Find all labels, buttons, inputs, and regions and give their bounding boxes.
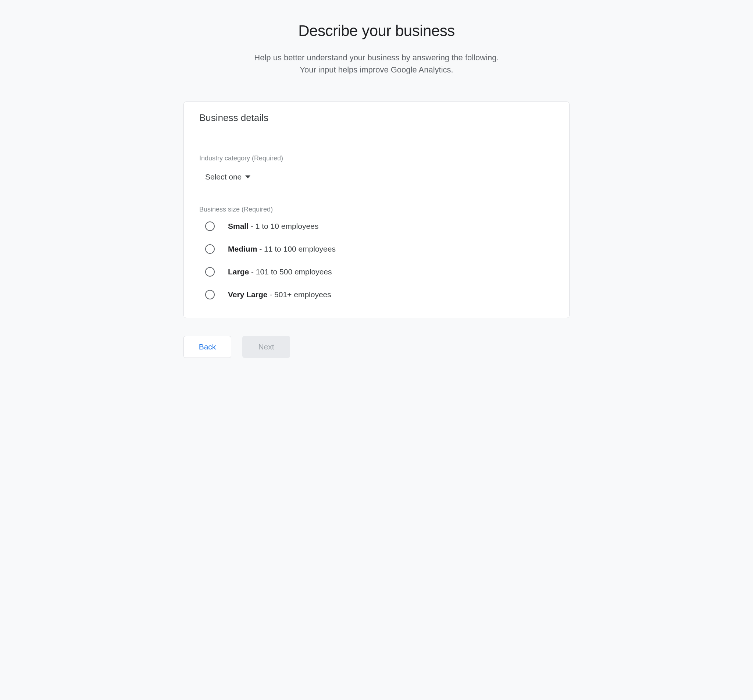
- footer-buttons: Back Next: [184, 336, 569, 358]
- page-subtitle: Help us better understand your business …: [184, 52, 569, 76]
- radio-label-name: Medium: [228, 245, 257, 253]
- subtitle-line-1: Help us better understand your business …: [254, 53, 499, 62]
- back-button[interactable]: Back: [184, 336, 231, 358]
- subtitle-line-2: Your input helps improve Google Analytic…: [300, 65, 453, 74]
- radio-label: Medium - 11 to 100 employees: [228, 245, 336, 253]
- business-details-card: Business details Industry category (Requ…: [184, 102, 569, 318]
- radio-size-small[interactable]: Small - 1 to 10 employees: [205, 222, 554, 231]
- radio-icon: [205, 290, 215, 299]
- radio-icon: [205, 244, 215, 254]
- card-body: Industry category (Required) Select one …: [184, 134, 569, 318]
- page-container: Describe your business Help us better un…: [184, 22, 569, 358]
- industry-category-selected-value: Select one: [205, 172, 242, 181]
- card-title: Business details: [199, 112, 554, 123]
- radio-icon: [205, 222, 215, 231]
- radio-label-desc: - 101 to 500 employees: [249, 267, 332, 276]
- radio-label-desc: - 1 to 10 employees: [249, 222, 318, 230]
- radio-label-name: Very Large: [228, 290, 267, 299]
- radio-label-desc: - 11 to 100 employees: [257, 245, 336, 253]
- radio-label-desc: - 501+ employees: [267, 290, 331, 299]
- radio-label: Very Large - 501+ employees: [228, 290, 331, 299]
- card-header: Business details: [184, 102, 569, 134]
- radio-label: Small - 1 to 10 employees: [228, 222, 318, 231]
- page-title: Describe your business: [184, 22, 569, 40]
- radio-label-name: Large: [228, 267, 249, 276]
- radio-size-large[interactable]: Large - 101 to 500 employees: [205, 267, 554, 277]
- industry-category-label: Industry category (Required): [199, 155, 554, 162]
- industry-category-select[interactable]: Select one: [199, 170, 253, 184]
- business-size-radio-group: Small - 1 to 10 employees Medium - 11 to…: [199, 222, 554, 299]
- business-size-label: Business size (Required): [199, 206, 554, 213]
- next-button[interactable]: Next: [242, 336, 290, 358]
- radio-size-medium[interactable]: Medium - 11 to 100 employees: [205, 244, 554, 254]
- caret-down-icon: [245, 175, 250, 178]
- radio-icon: [205, 267, 215, 277]
- radio-label-name: Small: [228, 222, 249, 230]
- radio-size-very-large[interactable]: Very Large - 501+ employees: [205, 290, 554, 299]
- radio-label: Large - 101 to 500 employees: [228, 267, 332, 276]
